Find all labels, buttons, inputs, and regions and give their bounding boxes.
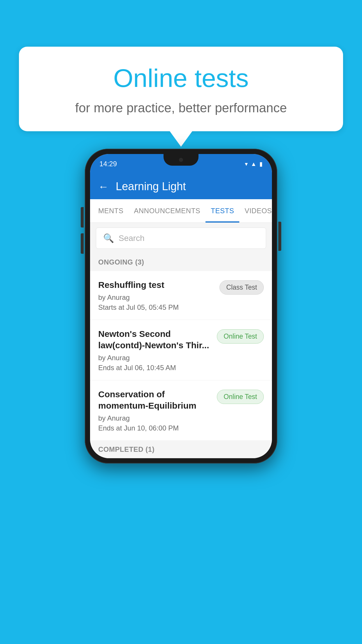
test-author-newtons: by Anurag	[98, 354, 211, 362]
test-author-reshuffling: by Anurag	[98, 293, 214, 302]
speech-bubble-tail	[169, 131, 193, 147]
test-name-newtons: Newton's Second law(contd)-Newton's Thir…	[98, 328, 211, 351]
app-header: ← Learning Light	[90, 174, 272, 199]
phone-mockup: 14:29 ▾ ▲ ▮ ← Learning Light MENTS	[85, 149, 277, 463]
search-bar[interactable]: 🔍 Search	[96, 228, 266, 249]
tabs-bar: MENTS ANNOUNCEMENTS TESTS VIDEOS	[90, 199, 272, 223]
notch	[164, 154, 198, 166]
test-date-reshuffling: Starts at Jul 05, 05:45 PM	[98, 303, 214, 312]
tab-tests[interactable]: TESTS	[205, 199, 239, 223]
test-badge-newtons: Online Test	[217, 329, 264, 344]
signal-icon: ▲	[251, 161, 256, 167]
power-button	[278, 222, 281, 251]
phone-screen: 14:29 ▾ ▲ ▮ ← Learning Light MENTS	[90, 154, 272, 458]
battery-icon: ▮	[259, 160, 263, 167]
test-badge-reshuffling: Class Test	[219, 280, 264, 295]
phone-outer: 14:29 ▾ ▲ ▮ ← Learning Light MENTS	[85, 149, 277, 463]
test-info-newtons: Newton's Second law(contd)-Newton's Thir…	[98, 328, 217, 372]
ongoing-section-header: ONGOING (3)	[90, 253, 272, 271]
test-date-conservation: Ends at Jun 10, 06:00 PM	[98, 424, 211, 432]
volume-up-button	[81, 207, 84, 228]
test-name-conservation: Conservation of momentum-Equilibrium	[98, 388, 211, 411]
test-badge-conservation: Online Test	[217, 390, 264, 404]
promo-card: Online tests for more practice, better p…	[19, 47, 343, 147]
test-item-conservation[interactable]: Conservation of momentum-Equilibrium by …	[90, 380, 272, 441]
test-item-reshuffling[interactable]: Reshuffling test by Anurag Starts at Jul…	[90, 271, 272, 320]
status-time: 14:29	[99, 160, 117, 168]
front-camera	[178, 157, 184, 162]
test-info-reshuffling: Reshuffling test by Anurag Starts at Jul…	[98, 279, 219, 312]
tab-ments[interactable]: MENTS	[93, 199, 129, 223]
test-info-conservation: Conservation of momentum-Equilibrium by …	[98, 388, 217, 432]
promo-title: Online tests	[42, 64, 320, 92]
back-button[interactable]: ←	[98, 181, 109, 193]
tab-announcements[interactable]: ANNOUNCEMENTS	[129, 199, 206, 223]
tab-videos[interactable]: VIDEOS	[239, 199, 272, 223]
status-bar: 14:29 ▾ ▲ ▮	[90, 154, 272, 174]
promo-subtitle: for more practice, better performance	[42, 101, 320, 115]
app-title: Learning Light	[116, 180, 186, 193]
speech-bubble: Online tests for more practice, better p…	[19, 47, 343, 131]
test-item-newtons[interactable]: Newton's Second law(contd)-Newton's Thir…	[90, 320, 272, 380]
test-name-reshuffling: Reshuffling test	[98, 279, 214, 290]
volume-down-button	[81, 233, 84, 254]
wifi-icon: ▾	[245, 160, 248, 167]
search-container: 🔍 Search	[90, 223, 272, 253]
test-author-conservation: by Anurag	[98, 414, 211, 422]
completed-section-header: COMPLETED (1)	[90, 441, 272, 458]
search-icon: 🔍	[103, 233, 114, 243]
status-icons: ▾ ▲ ▮	[245, 160, 263, 167]
search-placeholder: Search	[119, 234, 145, 243]
test-date-newtons: Ends at Jul 06, 10:45 AM	[98, 364, 211, 372]
